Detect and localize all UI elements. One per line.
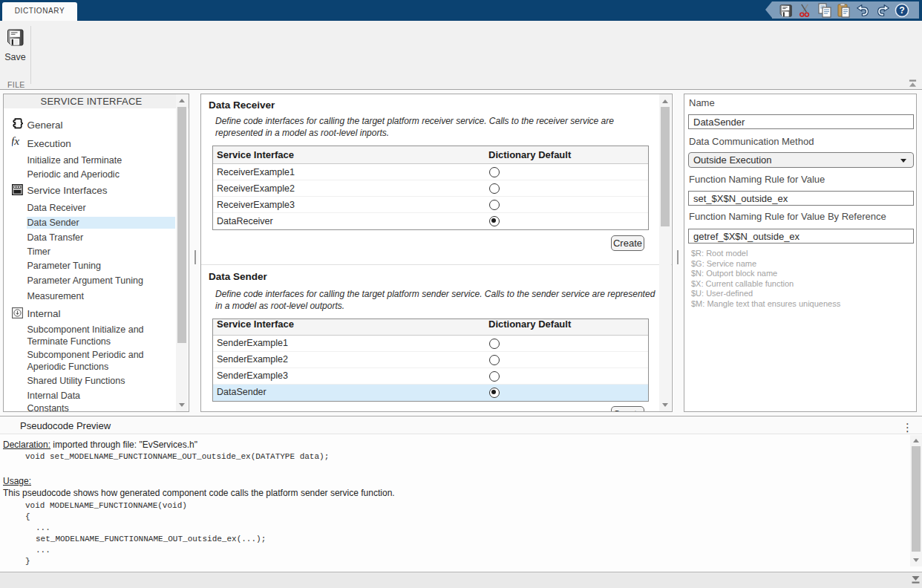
- svg-text:fx: fx: [12, 135, 19, 146]
- svg-text:?: ?: [899, 5, 905, 16]
